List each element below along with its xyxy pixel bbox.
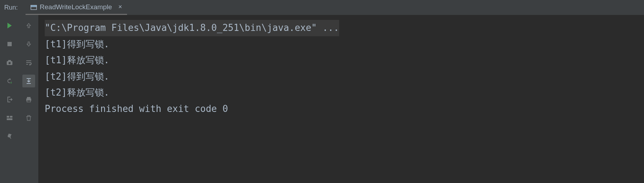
arrow-up-icon [25,22,32,29]
run-icon [6,22,13,29]
console-line: [t2]释放写锁. [45,85,644,101]
sidebar-left [0,15,19,183]
down-button[interactable] [22,38,35,50]
svg-rect-7 [7,116,9,118]
scroll-to-end-icon [25,77,32,85]
exit-button[interactable] [3,93,16,106]
svg-rect-9 [7,118,12,120]
scroll-to-end-button[interactable] [22,75,35,87]
stop-icon [6,41,13,48]
run-panel-header: Run: ReadWriteLockExample × [0,0,644,15]
console-line: "C:\Program Files\Java\jdk1.8.0_251\bin\… [45,20,339,36]
trash-icon [25,114,32,122]
debug-restart-icon [6,77,13,85]
layout-icon [6,114,13,122]
exit-icon [6,96,13,103]
pin-icon [6,133,13,140]
run-label: Run: [4,4,18,11]
svg-rect-2 [7,42,12,46]
trash-button[interactable] [22,112,35,124]
tab-label: ReadWriteLockExample [40,3,112,11]
print-button[interactable] [22,93,35,106]
sidebar-right [19,15,38,183]
camera-icon [6,59,13,66]
debug-restart-button[interactable] [3,75,16,87]
svg-rect-10 [27,97,31,98]
svg-rect-1 [31,5,37,7]
run-tab[interactable]: ReadWriteLockExample × [26,0,127,15]
svg-point-5 [9,62,11,64]
console-line: [t1]得到写锁. [45,36,644,53]
soft-wrap-icon [25,59,32,66]
up-button[interactable] [22,19,35,32]
close-icon[interactable]: × [119,3,122,11]
layout-button[interactable] [3,112,16,124]
run-button[interactable] [3,19,16,32]
svg-rect-12 [27,100,31,102]
svg-rect-4 [8,60,11,61]
console-line: [t2]得到写锁. [45,69,644,85]
console-line: [t1]释放写锁. [45,52,644,69]
application-icon [31,4,37,10]
stop-button[interactable] [3,38,16,50]
console-line: Process finished with exit code 0 [45,101,644,117]
soft-wrap-button[interactable] [22,56,35,69]
console-output[interactable]: "C:\Program Files\Java\jdk1.8.0_251\bin\… [38,15,644,183]
svg-rect-8 [10,116,12,118]
pin-button[interactable] [3,130,16,143]
arrow-down-icon [25,41,32,48]
run-panel-body: "C:\Program Files\Java\jdk1.8.0_251\bin\… [0,15,644,183]
print-icon [25,96,32,103]
camera-button[interactable] [3,56,16,69]
